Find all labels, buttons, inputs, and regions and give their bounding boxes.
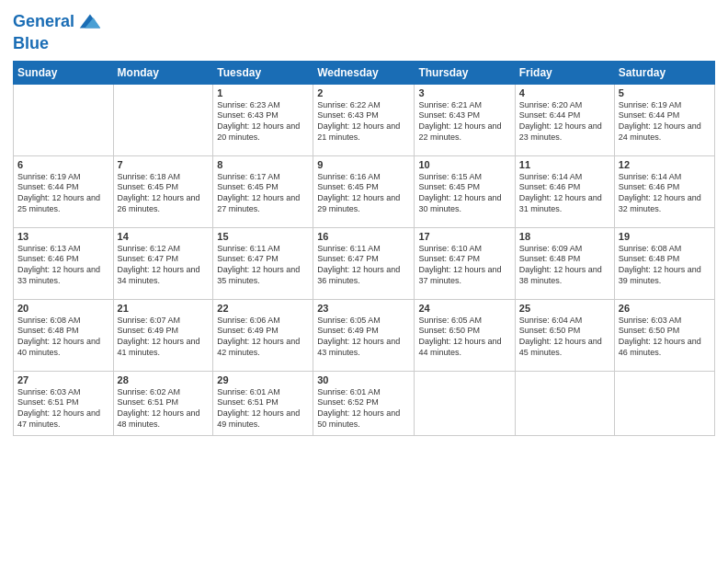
calendar-cell: 24Sunrise: 6:05 AM Sunset: 6:50 PM Dayli… (415, 299, 515, 371)
day-number: 10 (418, 159, 510, 170)
calendar-cell (14, 84, 114, 155)
cell-text: Sunrise: 6:07 AM Sunset: 6:49 PM Dayligh… (118, 316, 210, 359)
cell-text: Sunrise: 6:17 AM Sunset: 6:45 PM Dayligh… (217, 172, 309, 215)
day-number: 28 (118, 374, 210, 385)
calendar: SundayMondayTuesdayWednesdayThursdayFrid… (13, 61, 715, 436)
day-number: 23 (317, 303, 410, 314)
calendar-cell: 8Sunrise: 6:17 AM Sunset: 6:45 PM Daylig… (213, 155, 313, 227)
logo-text: General (13, 13, 74, 31)
day-number: 7 (118, 159, 210, 170)
day-number: 15 (217, 231, 309, 242)
cell-text: Sunrise: 6:14 AM Sunset: 6:46 PM Dayligh… (519, 172, 610, 215)
day-number: 24 (418, 303, 510, 314)
calendar-cell: 25Sunrise: 6:04 AM Sunset: 6:50 PM Dayli… (515, 299, 614, 371)
calendar-cell: 13Sunrise: 6:13 AM Sunset: 6:46 PM Dayli… (14, 227, 114, 299)
cell-text: Sunrise: 6:14 AM Sunset: 6:46 PM Dayligh… (619, 172, 711, 215)
weekday-header-friday: Friday (515, 61, 614, 84)
calendar-cell: 1Sunrise: 6:23 AM Sunset: 6:43 PM Daylig… (213, 84, 313, 155)
cell-text: Sunrise: 6:01 AM Sunset: 6:51 PM Dayligh… (217, 387, 309, 431)
day-number: 6 (17, 159, 109, 170)
week-row-4: 20Sunrise: 6:08 AM Sunset: 6:48 PM Dayli… (14, 299, 715, 371)
logo-icon (76, 9, 102, 35)
day-number: 12 (619, 159, 711, 170)
cell-text: Sunrise: 6:03 AM Sunset: 6:51 PM Dayligh… (17, 387, 109, 431)
cell-text: Sunrise: 6:23 AM Sunset: 6:43 PM Dayligh… (217, 100, 309, 144)
calendar-cell (113, 84, 213, 155)
day-number: 27 (17, 374, 109, 385)
calendar-cell: 27Sunrise: 6:03 AM Sunset: 6:51 PM Dayli… (14, 371, 114, 435)
day-number: 1 (217, 87, 309, 98)
cell-text: Sunrise: 6:10 AM Sunset: 6:47 PM Dayligh… (418, 244, 510, 287)
weekday-header-row: SundayMondayTuesdayWednesdayThursdayFrid… (14, 61, 715, 84)
weekday-header-saturday: Saturday (614, 61, 714, 84)
calendar-cell: 11Sunrise: 6:14 AM Sunset: 6:46 PM Dayli… (515, 155, 614, 227)
calendar-cell: 17Sunrise: 6:10 AM Sunset: 6:47 PM Dayli… (415, 227, 515, 299)
calendar-cell (415, 371, 515, 435)
cell-text: Sunrise: 6:13 AM Sunset: 6:46 PM Dayligh… (17, 244, 109, 287)
cell-text: Sunrise: 6:04 AM Sunset: 6:50 PM Dayligh… (519, 316, 610, 359)
cell-text: Sunrise: 6:06 AM Sunset: 6:49 PM Dayligh… (217, 316, 309, 359)
cell-text: Sunrise: 6:08 AM Sunset: 6:48 PM Dayligh… (619, 244, 711, 287)
day-number: 26 (619, 303, 711, 314)
calendar-cell: 16Sunrise: 6:11 AM Sunset: 6:47 PM Dayli… (313, 227, 415, 299)
calendar-cell: 2Sunrise: 6:22 AM Sunset: 6:43 PM Daylig… (313, 84, 415, 155)
cell-text: Sunrise: 6:12 AM Sunset: 6:47 PM Dayligh… (118, 244, 210, 287)
weekday-header-sunday: Sunday (14, 61, 114, 84)
day-number: 18 (519, 231, 610, 242)
cell-text: Sunrise: 6:19 AM Sunset: 6:44 PM Dayligh… (17, 172, 109, 215)
week-row-1: 1Sunrise: 6:23 AM Sunset: 6:43 PM Daylig… (14, 84, 715, 155)
day-number: 17 (418, 231, 510, 242)
calendar-cell: 19Sunrise: 6:08 AM Sunset: 6:48 PM Dayli… (614, 227, 714, 299)
day-number: 30 (317, 374, 410, 385)
day-number: 29 (217, 374, 309, 385)
cell-text: Sunrise: 6:11 AM Sunset: 6:47 PM Dayligh… (317, 244, 410, 287)
calendar-cell: 6Sunrise: 6:19 AM Sunset: 6:44 PM Daylig… (14, 155, 114, 227)
weekday-header-monday: Monday (113, 61, 213, 84)
week-row-5: 27Sunrise: 6:03 AM Sunset: 6:51 PM Dayli… (14, 371, 715, 435)
cell-text: Sunrise: 6:05 AM Sunset: 6:50 PM Dayligh… (418, 316, 510, 359)
weekday-header-tuesday: Tuesday (213, 61, 313, 84)
cell-text: Sunrise: 6:01 AM Sunset: 6:52 PM Dayligh… (317, 387, 410, 431)
day-number: 19 (619, 231, 711, 242)
calendar-cell: 15Sunrise: 6:11 AM Sunset: 6:47 PM Dayli… (213, 227, 313, 299)
cell-text: Sunrise: 6:09 AM Sunset: 6:48 PM Dayligh… (519, 244, 610, 287)
calendar-cell: 9Sunrise: 6:16 AM Sunset: 6:45 PM Daylig… (313, 155, 415, 227)
cell-text: Sunrise: 6:20 AM Sunset: 6:44 PM Dayligh… (519, 100, 610, 144)
day-number: 14 (118, 231, 210, 242)
calendar-cell: 30Sunrise: 6:01 AM Sunset: 6:52 PM Dayli… (313, 371, 415, 435)
day-number: 25 (519, 303, 610, 314)
page: General Blue SundayMondayTuesdayWednesda… (0, 0, 728, 563)
weekday-header-thursday: Thursday (415, 61, 515, 84)
cell-text: Sunrise: 6:16 AM Sunset: 6:45 PM Dayligh… (317, 172, 410, 215)
cell-text: Sunrise: 6:11 AM Sunset: 6:47 PM Dayligh… (217, 244, 309, 287)
day-number: 20 (17, 303, 109, 314)
cell-text: Sunrise: 6:05 AM Sunset: 6:49 PM Dayligh… (317, 316, 410, 359)
day-number: 11 (519, 159, 610, 170)
day-number: 22 (217, 303, 309, 314)
cell-text: Sunrise: 6:18 AM Sunset: 6:45 PM Dayligh… (118, 172, 210, 215)
day-number: 3 (418, 87, 510, 98)
calendar-cell: 28Sunrise: 6:02 AM Sunset: 6:51 PM Dayli… (113, 371, 213, 435)
calendar-cell: 26Sunrise: 6:03 AM Sunset: 6:50 PM Dayli… (614, 299, 714, 371)
calendar-cell (614, 371, 714, 435)
calendar-cell: 3Sunrise: 6:21 AM Sunset: 6:43 PM Daylig… (415, 84, 515, 155)
day-number: 5 (619, 87, 711, 98)
cell-text: Sunrise: 6:02 AM Sunset: 6:51 PM Dayligh… (118, 387, 210, 431)
cell-text: Sunrise: 6:21 AM Sunset: 6:43 PM Dayligh… (418, 100, 510, 144)
cell-text: Sunrise: 6:19 AM Sunset: 6:44 PM Dayligh… (619, 100, 711, 144)
calendar-cell: 21Sunrise: 6:07 AM Sunset: 6:49 PM Dayli… (113, 299, 213, 371)
cell-text: Sunrise: 6:03 AM Sunset: 6:50 PM Dayligh… (619, 316, 711, 359)
calendar-cell: 23Sunrise: 6:05 AM Sunset: 6:49 PM Dayli… (313, 299, 415, 371)
day-number: 8 (217, 159, 309, 170)
calendar-cell: 20Sunrise: 6:08 AM Sunset: 6:48 PM Dayli… (14, 299, 114, 371)
calendar-cell: 14Sunrise: 6:12 AM Sunset: 6:47 PM Dayli… (113, 227, 213, 299)
calendar-cell: 5Sunrise: 6:19 AM Sunset: 6:44 PM Daylig… (614, 84, 714, 155)
day-number: 16 (317, 231, 410, 242)
logo-text2: Blue (13, 35, 102, 53)
calendar-cell (515, 371, 614, 435)
calendar-cell: 18Sunrise: 6:09 AM Sunset: 6:48 PM Dayli… (515, 227, 614, 299)
week-row-2: 6Sunrise: 6:19 AM Sunset: 6:44 PM Daylig… (14, 155, 715, 227)
header: General Blue (13, 9, 715, 53)
week-row-3: 13Sunrise: 6:13 AM Sunset: 6:46 PM Dayli… (14, 227, 715, 299)
calendar-cell: 10Sunrise: 6:15 AM Sunset: 6:45 PM Dayli… (415, 155, 515, 227)
